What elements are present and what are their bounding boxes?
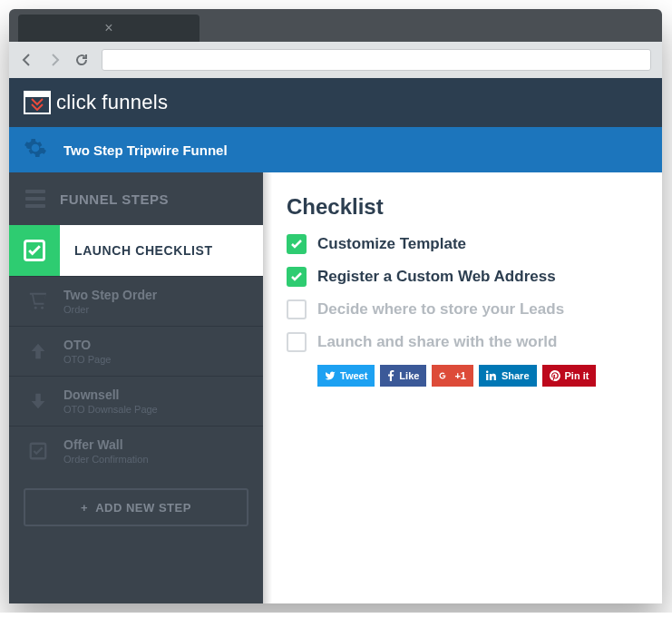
browser-tab[interactable]: ×	[18, 15, 200, 42]
add-new-step-button[interactable]: + ADD NEW STEP	[24, 488, 248, 526]
tweet-button[interactable]: Tweet	[317, 365, 375, 387]
checklist-item[interactable]: Customize Template	[287, 234, 638, 254]
checkbox-empty-icon[interactable]	[287, 332, 307, 352]
back-icon[interactable]	[20, 53, 34, 67]
logo-icon	[24, 91, 51, 114]
sidebar-item-sub: Order	[63, 304, 157, 315]
sidebar-active-label: LAUNCH CHECKLIST	[60, 243, 213, 258]
plus-icon: +	[81, 501, 88, 515]
checklist-item-label: Decide where to store your Leads	[317, 300, 564, 319]
sidebar-item-label: Downsell	[63, 387, 158, 402]
logo-text-1: click	[56, 91, 96, 114]
pinterest-button[interactable]: Pin it	[542, 365, 597, 387]
checklist-heading: Checklist	[287, 194, 638, 220]
checklist-item[interactable]: Decide where to store your Leads	[287, 299, 638, 319]
linkedin-share-button[interactable]: Share	[479, 365, 537, 387]
sidebar-item-offer-wall[interactable]: Offer Wall Order Confirmation	[9, 426, 263, 476]
gear-icon[interactable]	[24, 136, 47, 163]
checkbox-checked-icon[interactable]	[287, 234, 307, 254]
add-step-label: ADD NEW STEP	[95, 501, 191, 515]
hamburger-icon[interactable]	[25, 190, 45, 208]
funnel-titlebar: Two Step Tripwire Funnel	[9, 127, 662, 172]
sidebar-header: FUNNEL STEPS	[9, 172, 263, 225]
checklist-item[interactable]: Register a Custom Web Address	[287, 267, 638, 287]
svg-point-1	[34, 307, 37, 309]
browser-tabbar: ×	[9, 9, 662, 42]
sidebar-item-sub: Order Confirmation	[63, 454, 149, 465]
checkbox-checked-icon[interactable]	[287, 267, 307, 287]
arrow-up-icon	[25, 338, 51, 364]
svg-point-2	[41, 307, 44, 309]
sidebar-item-sub: OTO Page	[63, 354, 111, 365]
url-input[interactable]	[102, 49, 651, 71]
sidebar: FUNNEL STEPS LAUNCH CHECKLIST Two Step O…	[9, 172, 263, 603]
reload-icon[interactable]	[74, 53, 89, 67]
browser-toolbar	[9, 42, 662, 78]
sidebar-item-label: OTO	[63, 338, 111, 352]
sidebar-item-label: Offer Wall	[63, 437, 149, 452]
google-plus-button[interactable]: +1	[432, 365, 473, 387]
main-body: FUNNEL STEPS LAUNCH CHECKLIST Two Step O…	[9, 172, 662, 603]
checklist-item-label: Launch and share with the world	[317, 333, 557, 351]
checklist-icon	[25, 438, 51, 464]
forward-icon[interactable]	[47, 53, 62, 67]
like-button[interactable]: Like	[380, 365, 426, 387]
checklist-item-label: Customize Template	[317, 235, 466, 253]
browser-window: × clickfunnels Two Step Tripwire Funnel …	[9, 9, 662, 603]
checklist-item[interactable]: Launch and share with the world	[287, 332, 638, 352]
arrow-down-icon	[25, 388, 51, 414]
sidebar-header-label: FUNNEL STEPS	[60, 191, 169, 207]
share-buttons: Tweet Like +1 Share Pin it	[317, 365, 638, 387]
logo-text-2: funnels	[102, 91, 168, 114]
sidebar-item-sub: OTO Downsale Page	[63, 404, 158, 415]
sidebar-item-downsell[interactable]: Downsell OTO Downsale Page	[9, 376, 263, 426]
close-icon[interactable]: ×	[104, 20, 112, 36]
sidebar-item-launch-checklist[interactable]: LAUNCH CHECKLIST	[9, 225, 263, 276]
checklist-item-label: Register a Custom Web Address	[317, 268, 556, 286]
sidebar-item-two-step-order[interactable]: Two Step Order Order	[9, 276, 263, 326]
checkbox-empty-icon[interactable]	[287, 299, 307, 319]
checklist-icon	[9, 225, 60, 276]
funnel-title: Two Step Tripwire Funnel	[63, 142, 228, 158]
content-panel: Checklist Customize Template Register a …	[263, 172, 662, 603]
sidebar-item-label: Two Step Order	[63, 288, 157, 302]
clickfunnels-logo[interactable]: clickfunnels	[24, 91, 168, 114]
cart-icon	[25, 289, 51, 314]
sidebar-item-oto[interactable]: OTO OTO Page	[9, 326, 263, 376]
app-header: clickfunnels	[9, 78, 662, 127]
